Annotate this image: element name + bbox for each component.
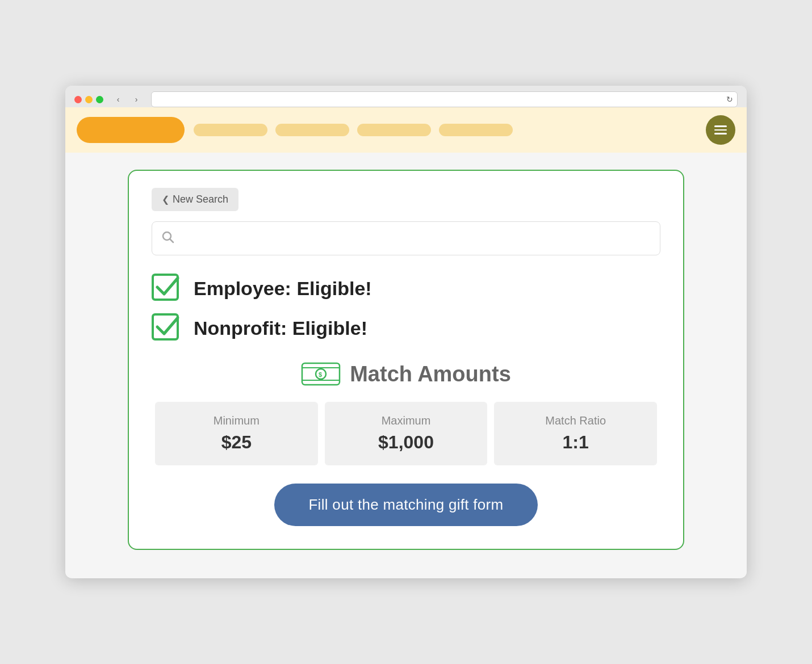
page-content: ❮ New Search Employee: El	[65, 153, 747, 578]
new-search-label: New Search	[173, 194, 228, 205]
match-heading-label: Match Amounts	[350, 362, 511, 386]
chevron-left-icon: ❮	[162, 194, 169, 205]
browser-window: ‹ › ↻ ❮	[65, 86, 747, 578]
browser-chrome: ‹ › ↻	[65, 86, 747, 107]
minimum-label: Minimum	[164, 414, 309, 427]
amount-cards: Minimum $25 Maximum $1,000 Match Ratio 1…	[152, 402, 660, 465]
svg-text:$: $	[319, 371, 322, 378]
employee-eligibility-row: Employee: Eligible!	[152, 274, 660, 303]
match-heading-row: $ Match Amounts	[301, 360, 511, 388]
nonprofit-check-icon	[152, 313, 183, 343]
maximum-label: Maximum	[334, 414, 479, 427]
forward-button[interactable]: ›	[128, 91, 144, 107]
menu-button[interactable]	[706, 115, 735, 145]
browser-titlebar: ‹ › ↻	[74, 91, 738, 107]
minimize-traffic-light[interactable]	[85, 96, 93, 103]
ratio-value: 1:1	[503, 432, 648, 453]
search-input[interactable]	[152, 221, 660, 255]
app-toolbar	[65, 107, 747, 153]
search-wrapper	[152, 221, 660, 255]
search-icon	[161, 230, 174, 247]
cta-button[interactable]: Fill out the matching gift form	[274, 484, 537, 526]
fullscreen-traffic-light[interactable]	[96, 96, 103, 103]
svg-line-1	[170, 239, 174, 243]
match-amounts-section: $ Match Amounts Minimum $25 Maximum $1,0…	[152, 360, 660, 526]
logo[interactable]	[77, 117, 185, 143]
nav-pill-1[interactable]	[194, 124, 267, 136]
nav-pill-2[interactable]	[275, 124, 349, 136]
reload-button[interactable]: ↻	[726, 95, 733, 104]
money-icon: $	[301, 360, 341, 388]
address-bar-wrapper: ↻	[151, 91, 738, 107]
nav-pills	[194, 124, 697, 136]
close-traffic-light[interactable]	[74, 96, 82, 103]
maximum-card: Maximum $1,000	[325, 402, 488, 465]
maximum-value: $1,000	[334, 432, 479, 453]
nav-pill-3[interactable]	[357, 124, 431, 136]
back-button[interactable]: ‹	[110, 91, 126, 107]
employee-eligible-label: Employee: Eligible!	[194, 278, 372, 300]
new-search-button[interactable]: ❮ New Search	[152, 188, 238, 211]
minimum-value: $25	[164, 432, 309, 453]
minimum-card: Minimum $25	[155, 402, 318, 465]
nonprofit-eligible-label: Nonprofit: Eligible!	[194, 317, 367, 339]
traffic-lights	[74, 96, 103, 103]
hamburger-icon	[714, 125, 727, 135]
ratio-label: Match Ratio	[503, 414, 648, 427]
ratio-card: Match Ratio 1:1	[494, 402, 657, 465]
nav-pill-4[interactable]	[439, 124, 513, 136]
employee-check-icon	[152, 274, 183, 303]
browser-nav: ‹ ›	[110, 91, 144, 107]
main-card: ❮ New Search Employee: El	[128, 170, 684, 550]
nonprofit-eligibility-row: Nonprofit: Eligible!	[152, 313, 660, 343]
address-bar[interactable]	[151, 91, 738, 107]
